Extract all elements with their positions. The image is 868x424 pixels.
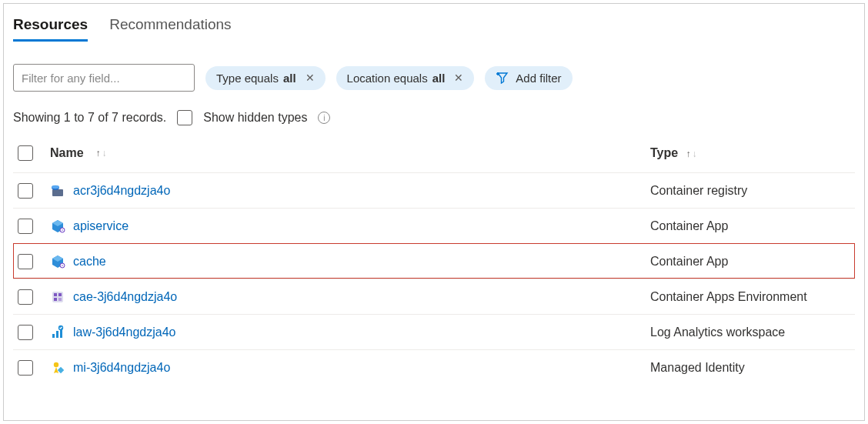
table-row: mi-3j6d4ngdzja4oManaged Identity <box>13 349 855 385</box>
resource-type: Log Analytics workspace <box>650 326 850 339</box>
filter-pill-type-prefix: Type equals <box>216 72 279 85</box>
svg-rect-11 <box>58 298 62 301</box>
resource-link[interactable]: cache <box>73 255 106 269</box>
row-checkbox[interactable] <box>18 325 33 340</box>
row-checkbox[interactable] <box>18 254 33 269</box>
tab-recommendations[interactable]: Recommendations <box>109 13 231 42</box>
resource-type: Container App <box>650 255 850 269</box>
table-row: cacheContainer App <box>13 243 855 279</box>
resource-link[interactable]: mi-3j6d4ngdzja4o <box>73 361 170 375</box>
column-header-type-label: Type <box>650 146 678 159</box>
resource-type-icon <box>50 183 65 199</box>
table-row: cae-3j6d4ngdzja4oContainer Apps Environm… <box>13 279 855 314</box>
status-row: Showing 1 to 7 of 7 records. Show hidden… <box>13 110 855 125</box>
sort-icon: ↑↓ <box>96 148 107 159</box>
filter-input[interactable] <box>13 64 195 92</box>
show-hidden-checkbox[interactable] <box>177 110 192 125</box>
show-hidden-label: Show hidden types <box>203 111 307 125</box>
filter-bar: Type equals all ✕ Location equals all ✕ … <box>13 64 855 92</box>
filter-pill-type-value: all <box>283 72 296 85</box>
svg-rect-17 <box>58 366 64 372</box>
close-icon[interactable]: ✕ <box>454 72 463 84</box>
svg-rect-10 <box>54 298 57 301</box>
add-filter-button[interactable]: Add filter <box>485 66 572 90</box>
resource-link[interactable]: apiservice <box>73 219 129 233</box>
resource-link[interactable]: cae-3j6d4ngdzja4o <box>73 290 177 304</box>
resource-type: Container Apps Environment <box>650 290 850 304</box>
filter-pill-type[interactable]: Type equals all ✕ <box>205 66 326 90</box>
svg-rect-2 <box>52 189 63 196</box>
tabs: Resources Recommendations <box>13 13 855 42</box>
resource-type: Managed Identity <box>650 361 850 375</box>
resources-panel: Resources Recommendations Type equals al… <box>3 3 865 421</box>
resource-type-icon <box>50 289 65 305</box>
table-row: apiserviceContainer App <box>13 208 855 243</box>
record-count: Showing 1 to 7 of 7 records. <box>13 111 166 125</box>
svg-rect-8 <box>54 293 57 296</box>
resource-type-icon <box>50 325 65 340</box>
table-row: law-3j6d4ngdzja4oLog Analytics workspace <box>13 314 855 349</box>
resource-type: Container registry <box>650 184 850 198</box>
svg-rect-13 <box>56 331 58 338</box>
close-icon[interactable]: ✕ <box>305 72 315 84</box>
sort-icon: ↑↓ <box>686 149 697 159</box>
table-row: acr3j6d4ngdzja4oContainer registry <box>13 172 855 208</box>
row-checkbox[interactable] <box>18 360 33 376</box>
row-checkbox[interactable] <box>18 183 33 199</box>
resource-type-icon <box>50 360 65 376</box>
resource-type: Container App <box>650 219 850 233</box>
resource-link[interactable]: law-3j6d4ngdzja4o <box>73 326 175 339</box>
add-filter-label: Add filter <box>516 72 561 85</box>
filter-pill-location-value: all <box>432 72 446 85</box>
table-header: Name ↑↓ Type ↑↓ <box>13 138 855 172</box>
select-all-checkbox[interactable] <box>18 145 33 161</box>
add-filter-icon <box>496 72 509 84</box>
svg-point-16 <box>54 362 58 366</box>
resource-link[interactable]: acr3j6d4ngdzja4o <box>73 184 170 198</box>
column-header-name-label: Name <box>50 146 84 160</box>
resource-type-icon <box>50 219 65 234</box>
info-icon[interactable]: i <box>318 112 330 124</box>
filter-pill-location[interactable]: Location equals all ✕ <box>336 66 475 90</box>
svg-rect-12 <box>52 334 55 338</box>
svg-rect-9 <box>58 293 62 296</box>
row-checkbox[interactable] <box>18 219 33 234</box>
row-checkbox[interactable] <box>18 289 33 305</box>
column-header-name[interactable]: Name ↑↓ <box>50 146 650 160</box>
filter-pill-location-prefix: Location equals <box>347 72 428 85</box>
resource-type-icon <box>50 254 65 269</box>
resources-table: Name ↑↓ Type ↑↓ acr3j6d4ngdzja4oContaine… <box>13 138 855 385</box>
tab-resources[interactable]: Resources <box>13 13 88 42</box>
svg-point-4 <box>52 185 59 188</box>
column-header-type[interactable]: Type ↑↓ <box>650 146 850 160</box>
